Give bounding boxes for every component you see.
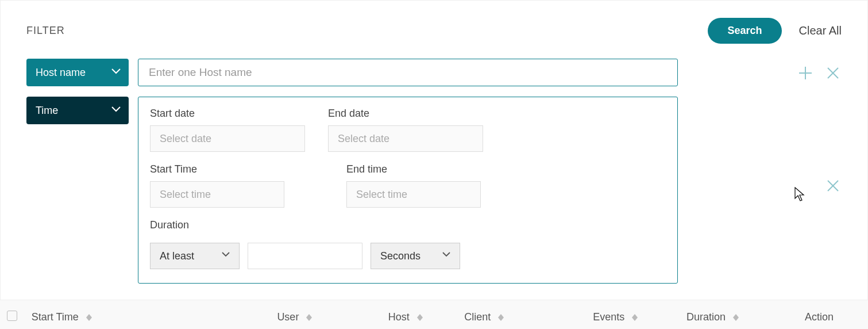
time-row: Start Time End time (150, 163, 666, 208)
filter-type-dropdown-hostname[interactable]: Host name (26, 59, 129, 86)
duration-unit-select[interactable]: Seconds (371, 243, 460, 269)
results-table-wrap: Start Time User Host (0, 300, 868, 329)
start-date-label: Start date (150, 108, 305, 120)
start-date-input[interactable] (150, 125, 305, 152)
col-label: User (277, 311, 299, 323)
chevron-down-icon (442, 252, 450, 260)
filter-body-hostname (138, 59, 678, 86)
row-actions-hostname (797, 59, 842, 82)
sort-icon (632, 314, 638, 321)
chevron-down-icon (111, 68, 119, 76)
sort-icon (86, 314, 92, 321)
col-label: Events (593, 311, 624, 323)
col-checkbox (0, 300, 25, 329)
end-time-input[interactable] (346, 181, 481, 208)
hostname-input[interactable] (138, 59, 678, 86)
col-label: Duration (686, 311, 726, 323)
col-header-start-time[interactable]: Start Time (25, 300, 271, 329)
end-time-label: End time (346, 163, 481, 175)
filter-row-time: Time Start date End date Start Time (26, 97, 842, 284)
row-actions-time (824, 97, 842, 194)
sort-icon (417, 314, 423, 321)
remove-filter-icon[interactable] (824, 177, 842, 194)
filter-type-dropdown-time[interactable]: Time (26, 97, 129, 124)
col-label: Action (805, 311, 834, 323)
duration-operator-select[interactable]: At least (150, 243, 240, 269)
select-all-checkbox[interactable] (7, 311, 17, 321)
clear-all-link[interactable]: Clear All (799, 24, 842, 37)
filter-body-time: Start date End date Start Time End time (138, 97, 678, 284)
col-header-user[interactable]: User (270, 300, 381, 329)
col-header-host[interactable]: Host (381, 300, 457, 329)
filter-header: FILTER Search Clear All (26, 18, 842, 44)
remove-filter-icon[interactable] (824, 64, 842, 82)
filter-panel: FILTER Search Clear All Host name T (0, 0, 868, 300)
results-table: Start Time User Host (0, 300, 868, 329)
search-button[interactable]: Search (708, 18, 781, 44)
filter-row-hostname: Host name (26, 59, 842, 86)
end-date-label: End date (328, 108, 483, 120)
filter-title: FILTER (26, 25, 65, 37)
start-time-group: Start Time (150, 163, 284, 208)
end-time-group: End time (346, 163, 481, 208)
start-date-group: Start date (150, 108, 305, 152)
start-time-label: Start Time (150, 163, 284, 175)
col-label: Start Time (32, 311, 79, 323)
chevron-down-icon (222, 252, 230, 260)
col-header-client[interactable]: Client (457, 300, 586, 329)
add-filter-icon[interactable] (797, 64, 814, 82)
date-row: Start date End date (150, 108, 666, 152)
chevron-down-icon (111, 106, 119, 114)
duration-value-input[interactable] (248, 243, 362, 269)
end-date-input[interactable] (328, 125, 483, 152)
col-label: Client (464, 311, 491, 323)
end-date-group: End date (328, 108, 483, 152)
sort-icon (733, 314, 739, 321)
duration-group: Duration At least Seconds (150, 219, 666, 269)
start-time-input[interactable] (150, 181, 284, 208)
duration-unit-value: Seconds (380, 250, 421, 262)
table-header-row: Start Time User Host (0, 300, 868, 329)
sort-icon (498, 314, 504, 321)
duration-row: At least Seconds (150, 243, 666, 269)
header-actions: Search Clear All (708, 18, 842, 44)
col-header-duration[interactable]: Duration (680, 300, 797, 329)
filter-type-label: Host name (36, 67, 86, 79)
col-label: Host (388, 311, 410, 323)
duration-label: Duration (150, 219, 666, 231)
filter-type-label: Time (36, 105, 58, 117)
col-header-action: Action (797, 300, 868, 329)
col-header-events[interactable]: Events (586, 300, 680, 329)
duration-operator-value: At least (160, 250, 194, 262)
sort-icon (306, 314, 312, 321)
